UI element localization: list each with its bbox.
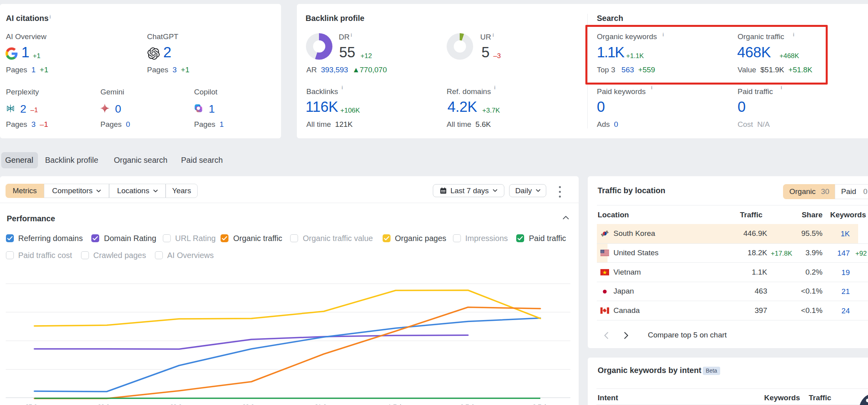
svg-text:3 Feb: 3 Feb: [533, 403, 548, 405]
svg-text:28 Jan: 28 Jan: [98, 403, 115, 405]
svg-text:1 Feb: 1 Feb: [388, 403, 403, 405]
svg-text:29 Jan: 29 Jan: [170, 403, 188, 405]
svg-text:27 Jan: 27 Jan: [25, 403, 43, 405]
svg-text:2 Feb: 2 Feb: [460, 403, 476, 405]
svg-text:30 Jan: 30 Jan: [242, 403, 260, 405]
svg-text:31 Jan: 31 Jan: [315, 403, 332, 405]
